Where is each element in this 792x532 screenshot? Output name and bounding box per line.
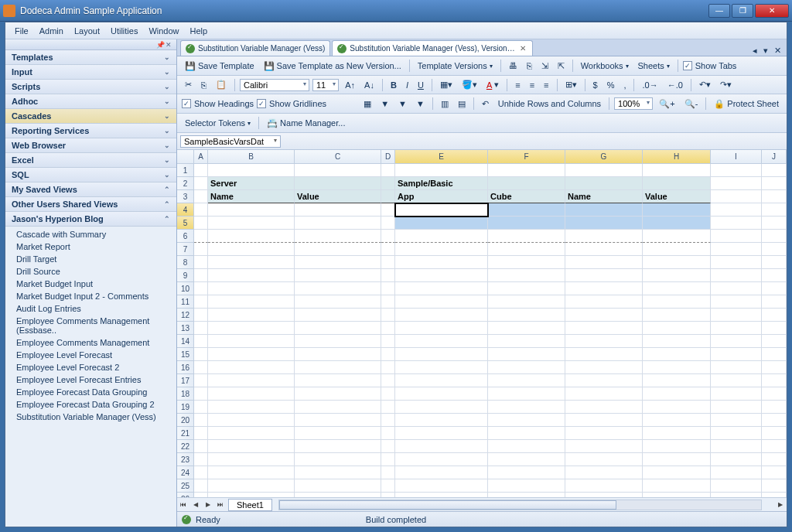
cell[interactable] — [381, 282, 395, 295]
cell[interactable] — [711, 466, 762, 479]
cell[interactable] — [295, 387, 381, 401]
cell[interactable] — [565, 374, 643, 387]
cell[interactable] — [381, 230, 395, 243]
bold-icon[interactable]: B — [387, 79, 400, 91]
cell[interactable] — [711, 348, 762, 361]
cell[interactable] — [381, 374, 395, 387]
cell[interactable] — [565, 361, 643, 374]
cell[interactable] — [381, 440, 395, 453]
cell[interactable] — [208, 466, 295, 479]
zoom-in-icon[interactable]: 🔍+ — [656, 97, 678, 111]
tab-menu-icon[interactable]: ▾ — [761, 46, 770, 56]
cell[interactable] — [488, 230, 565, 243]
row-header[interactable]: 24 — [177, 466, 194, 479]
cell[interactable] — [643, 269, 711, 282]
cell[interactable] — [488, 414, 565, 427]
percent-icon[interactable]: % — [604, 79, 618, 91]
italic-icon[interactable]: I — [403, 79, 411, 91]
cell[interactable] — [295, 348, 381, 361]
cell[interactable] — [381, 335, 395, 348]
selector-tokens-button[interactable]: Selector Tokens ▾ — [182, 117, 254, 129]
show-headings-checkbox[interactable]: ✓Show Headings — [182, 99, 254, 108]
cell[interactable] — [194, 348, 208, 361]
cell[interactable] — [711, 217, 762, 230]
cell[interactable] — [488, 309, 565, 322]
cell[interactable] — [565, 322, 643, 335]
menu-utilities[interactable]: Utilities — [106, 25, 142, 37]
row-header[interactable]: 15 — [177, 348, 194, 361]
cell[interactable] — [488, 466, 565, 479]
cell[interactable] — [565, 453, 643, 466]
cut-icon[interactable]: ✂ — [182, 78, 195, 91]
cell[interactable] — [381, 190, 395, 203]
sidebar-group[interactable]: Reporting Services⌄ — [5, 124, 176, 138]
last-sheet-icon[interactable]: ⏭ — [214, 500, 227, 510]
cell[interactable] — [488, 361, 565, 374]
tree-item[interactable]: Drill Source — [5, 265, 176, 278]
col-header[interactable]: J — [762, 150, 787, 164]
cell[interactable] — [194, 256, 208, 269]
row-header[interactable]: 10 — [177, 282, 194, 295]
cell[interactable] — [488, 387, 565, 401]
cell[interactable]: Cube — [488, 190, 565, 203]
cell[interactable] — [208, 295, 295, 309]
row-header[interactable]: 13 — [177, 322, 194, 335]
tree-item[interactable]: Market Budget Input 2 - Comments — [5, 290, 176, 302]
cell[interactable] — [381, 322, 395, 335]
comma-icon[interactable]: , — [620, 79, 629, 91]
size-select[interactable]: 11 — [312, 79, 339, 91]
cell[interactable] — [565, 440, 643, 453]
cell[interactable] — [208, 427, 295, 440]
cell[interactable] — [711, 230, 762, 243]
cell[interactable] — [488, 203, 565, 217]
cell[interactable] — [488, 256, 565, 269]
cell[interactable] — [208, 479, 295, 493]
shrink-font-icon[interactable]: A↓ — [361, 79, 377, 91]
cell[interactable] — [711, 243, 762, 256]
cell[interactable] — [711, 269, 762, 282]
cell[interactable] — [565, 256, 643, 269]
cell[interactable] — [395, 387, 488, 401]
cell[interactable] — [194, 440, 208, 453]
row-header[interactable]: 4 — [177, 203, 194, 217]
sidebar-group[interactable]: Cascades⌄ — [5, 109, 176, 124]
cell[interactable] — [381, 256, 395, 269]
hscrollbar[interactable] — [278, 500, 762, 510]
cell[interactable] — [643, 309, 711, 322]
filter2-icon[interactable]: ▼ — [395, 97, 410, 110]
cell[interactable] — [565, 309, 643, 322]
cell[interactable] — [643, 243, 711, 256]
cell[interactable] — [643, 256, 711, 269]
zoom-out-icon[interactable]: 🔍- — [681, 97, 702, 111]
cell[interactable] — [711, 256, 762, 269]
cell[interactable] — [711, 203, 762, 217]
cell[interactable]: Value — [643, 190, 711, 203]
cell[interactable] — [295, 164, 381, 177]
menu-help[interactable]: Help — [186, 25, 213, 37]
cell[interactable] — [381, 217, 395, 230]
scroll-right-icon[interactable]: ▶ — [774, 500, 787, 510]
border-icon[interactable]: ▦▾ — [437, 78, 456, 91]
row-header[interactable]: 6 — [177, 230, 194, 243]
cell[interactable] — [762, 190, 787, 203]
col-header[interactable]: D — [381, 150, 395, 164]
export-icon[interactable]: ⇲ — [538, 60, 551, 73]
sidebar-group[interactable]: Excel⌄ — [5, 153, 176, 168]
sidebar-group[interactable]: Scripts⌄ — [5, 80, 176, 94]
cell[interactable] — [295, 374, 381, 387]
menu-layout[interactable]: Layout — [70, 25, 104, 37]
minimize-button[interactable]: — — [708, 4, 730, 18]
cell[interactable] — [565, 217, 643, 230]
cell[interactable] — [565, 230, 643, 243]
cell[interactable] — [194, 217, 208, 230]
cell[interactable] — [208, 269, 295, 282]
cell[interactable] — [711, 414, 762, 427]
cell[interactable]: Sample/Basic — [395, 177, 488, 190]
row-header[interactable]: 7 — [177, 243, 194, 256]
sidebar-group[interactable]: Templates⌄ — [5, 50, 176, 65]
cell[interactable] — [194, 309, 208, 322]
cell[interactable] — [295, 295, 381, 309]
cell[interactable] — [711, 282, 762, 295]
row-header[interactable]: 25 — [177, 479, 194, 493]
cell[interactable] — [488, 335, 565, 348]
